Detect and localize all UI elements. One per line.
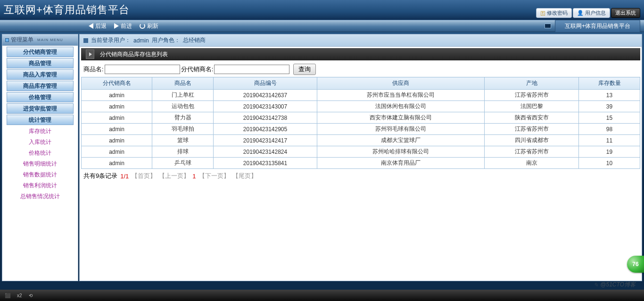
table-cell: 门上单杠 — [152, 90, 214, 101]
play-icon — [89, 52, 92, 56]
table-cell: 20190423142824 — [214, 146, 317, 158]
square-icon — [83, 38, 88, 43]
table-cell: 四川省成都市 — [485, 135, 579, 146]
table-cell: 法国休闲包有限公司 — [317, 101, 485, 112]
table-header: 分代销商名 — [82, 77, 152, 90]
table-cell: 19 — [579, 146, 640, 158]
sidebar-subitem-4[interactable]: 销售数据统计 — [2, 169, 78, 180]
table-row[interactable]: admin门上单杠20190423142637苏州市应当当单杠有限公司江苏省苏州… — [82, 90, 640, 101]
sidebar-tile-6[interactable]: 统计管理 — [7, 115, 74, 125]
table-cell: admin — [82, 146, 152, 158]
table-header: 商品编号 — [214, 77, 317, 90]
banner: 互联网+体育用品销售平台 ⚿修改密码 👤用户信息 退出系统 — [0, 0, 644, 20]
table-row[interactable]: admin排球20190423142824苏州哈哈排球有限公司江苏省苏州市19 — [82, 146, 640, 158]
panel-title-bar: 分代销商商品库存信息列表 — [81, 48, 640, 60]
table-cell: 成都大宝篮球厂 — [317, 135, 485, 146]
table-cell: 苏州哈哈排球有限公司 — [317, 146, 485, 158]
table-row[interactable]: admin篮球20190423142417成都大宝篮球厂四川省成都市11 — [82, 135, 640, 146]
table-cell: admin — [82, 90, 152, 101]
sync-icon: ⟲ — [29, 293, 33, 298]
table-cell: 98 — [579, 124, 640, 135]
first-page-link[interactable]: 【首页】 — [132, 172, 156, 180]
table-cell: 南京体育用品厂 — [317, 158, 485, 169]
sidebar-subitem-2[interactable]: 价格统计 — [2, 148, 78, 159]
dealer-name-input[interactable] — [214, 65, 289, 74]
prev-page-link[interactable]: 【上一页】 — [159, 172, 190, 180]
product-name-input[interactable] — [105, 65, 180, 74]
search-button[interactable]: 查询 — [293, 64, 316, 75]
sidebar-tile-3[interactable]: 商品库存管理 — [7, 81, 74, 91]
logout-button[interactable]: 退出系统 — [611, 8, 640, 18]
table-cell: admin — [82, 112, 152, 124]
table-row[interactable]: admin乒乓球20190423135841南京体育用品厂南京10 — [82, 158, 640, 169]
play-icon-box — [86, 50, 94, 59]
back-button[interactable]: 后退 — [89, 22, 107, 30]
content-area: 当前登录用户：admin 用户角色：总经销商 分代销商商品库存信息列表 商品名:… — [79, 34, 642, 281]
x2-indicator: x2 — [17, 293, 22, 298]
table-cell: 篮球 — [152, 135, 214, 146]
table-cell: admin — [82, 124, 152, 135]
sidebar-tile-1[interactable]: 商品管理 — [7, 58, 74, 68]
sidebar-subitem-6[interactable]: 总销售情况统计 — [2, 191, 78, 202]
taskbar: ⬛ x2 ⟲ — [0, 290, 644, 301]
table-row[interactable]: admin臂力器20190423142738西安市体建立脑有限公司陕西省西安市1… — [82, 112, 640, 124]
table-cell: 排球 — [152, 146, 214, 158]
user-icon: 👤 — [577, 10, 584, 16]
status-icon: ⬛ — [5, 293, 10, 298]
sidebar-tile-5[interactable]: 进货审批管理 — [7, 103, 74, 114]
table-cell: 13 — [579, 90, 640, 101]
sidebar-tile-0[interactable]: 分代销商管理 — [7, 47, 74, 57]
key-icon: ⚿ — [540, 10, 545, 16]
dealer-label: 分代销商名: — [181, 65, 214, 74]
sidebar-header: 管理菜单 MAIN MENU — [2, 34, 78, 46]
user-info-button[interactable]: 👤用户信息 — [573, 8, 610, 18]
table-cell: 11 — [579, 135, 640, 146]
filter-bar: 商品名: 分代销商名: 查询 — [80, 62, 642, 77]
table-cell: 江苏省苏州市 — [485, 124, 579, 135]
sidebar-tile-2[interactable]: 商品入库管理 — [7, 69, 74, 80]
table-cell: 陕西省西安市 — [485, 112, 579, 124]
table-header: 产地 — [485, 77, 579, 90]
nav-bar: 后退 前进 刷新 互联网+体育用品销售平台 — [0, 20, 644, 32]
arrow-right-icon — [114, 23, 119, 29]
forward-button[interactable]: 前进 — [114, 22, 132, 30]
table-cell: 羽毛球拍 — [152, 124, 214, 135]
table-cell: 20190423142738 — [214, 112, 317, 124]
table-header: 供应商 — [317, 77, 485, 90]
table-cell: 法国巴黎 — [485, 101, 579, 112]
banner-actions: ⚿修改密码 👤用户信息 退出系统 — [536, 8, 640, 18]
last-page-link[interactable]: 【尾页】 — [232, 172, 257, 180]
table-cell: 江苏省苏州市 — [485, 146, 579, 158]
floating-badge[interactable]: 76 — [627, 256, 644, 273]
table-cell: 20190423135841 — [214, 158, 317, 169]
table-cell: 运动包包 — [152, 101, 214, 112]
menu-icon — [5, 38, 9, 42]
table-cell: 15 — [579, 112, 640, 124]
sidebar-subitem-1[interactable]: 入库统计 — [2, 137, 78, 148]
table-cell: 20190423142905 — [214, 124, 317, 135]
arrow-left-icon — [89, 23, 93, 29]
table-cell: admin — [82, 158, 152, 169]
sidebar-subitem-0[interactable]: 库存统计 — [2, 126, 78, 137]
pagination: 共有9条记录 1/1 【首页】 【上一页】 1 【下一页】 【尾页】 — [80, 169, 642, 183]
table-cell: 乒乓球 — [152, 158, 214, 169]
monitor-icon — [545, 24, 551, 28]
table-cell: 南京 — [485, 158, 579, 169]
app-title: 互联网+体育用品销售平台 — [4, 3, 130, 17]
sidebar-subitem-5[interactable]: 销售利润统计 — [2, 180, 78, 191]
table-cell: 苏州市应当当单杠有限公司 — [317, 90, 485, 101]
table-cell: 10 — [579, 158, 640, 169]
table-row[interactable]: admin运动包包20190423143007法国休闲包有限公司法国巴黎39 — [82, 101, 640, 112]
sidebar-tile-4[interactable]: 价格管理 — [7, 92, 74, 102]
change-password-button[interactable]: ⚿修改密码 — [536, 8, 572, 18]
table-cell: 39 — [579, 101, 640, 112]
table-header: 商品名 — [152, 77, 214, 90]
table-cell: 20190423142417 — [214, 135, 317, 146]
table-cell: admin — [82, 135, 152, 146]
sidebar-subitem-3[interactable]: 销售明细统计 — [2, 159, 78, 169]
next-page-link[interactable]: 【下一页】 — [199, 172, 230, 180]
table-row[interactable]: admin羽毛球拍20190423142905苏州羽毛球有限公司江苏省苏州市98 — [82, 124, 640, 135]
refresh-button[interactable]: 刷新 — [140, 22, 158, 30]
table-cell: 臂力器 — [152, 112, 214, 124]
platform-tab[interactable]: 互联网+体育用品销售平台 — [555, 20, 640, 33]
